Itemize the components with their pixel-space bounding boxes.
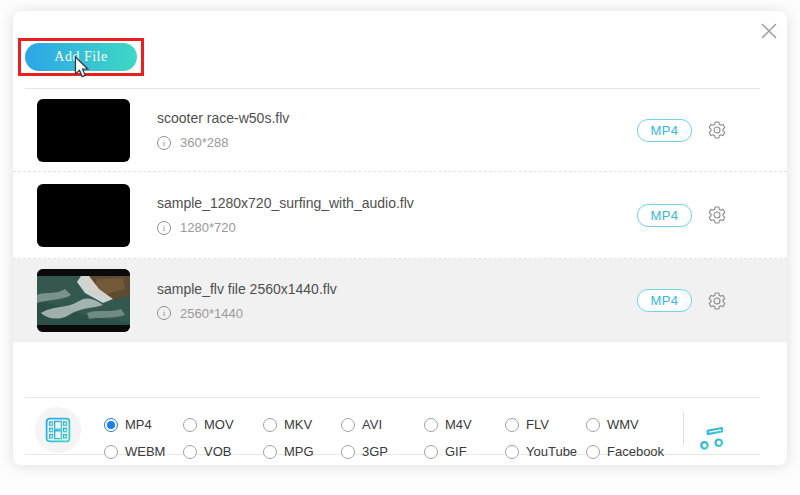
- format-option-mpg[interactable]: MPG: [263, 438, 341, 465]
- radio-button[interactable]: [424, 418, 438, 432]
- radio-button[interactable]: [104, 418, 118, 432]
- radio-button[interactable]: [263, 418, 277, 432]
- radio-button[interactable]: [183, 445, 197, 459]
- converter-panel: Add File scooter race-w50s.flv i 360*288…: [13, 11, 787, 465]
- video-thumbnail: [37, 99, 130, 162]
- music-note-icon[interactable]: [697, 422, 727, 452]
- radio-button[interactable]: [263, 445, 277, 459]
- format-option-facebook[interactable]: Facebook: [586, 438, 664, 465]
- radio-button[interactable]: [341, 445, 355, 459]
- file-row[interactable]: sample_flv file 2560x1440.flv i 2560*144…: [13, 259, 787, 342]
- radio-button[interactable]: [586, 445, 600, 459]
- file-name: sample_flv file 2560x1440.flv: [157, 281, 337, 297]
- format-option-wmv[interactable]: WMV: [586, 411, 664, 438]
- format-option-youtube[interactable]: YouTube: [505, 438, 586, 465]
- radio-button[interactable]: [104, 445, 118, 459]
- file-resolution: 360*288: [180, 135, 228, 150]
- settings-gear-icon[interactable]: [707, 291, 727, 311]
- settings-gear-icon[interactable]: [707, 205, 727, 225]
- format-option-3gp[interactable]: 3GP: [341, 438, 424, 465]
- format-option-mp4[interactable]: MP4: [104, 411, 183, 438]
- settings-gear-icon[interactable]: [707, 120, 727, 140]
- output-format-button[interactable]: MP4: [637, 289, 692, 312]
- format-option-webm[interactable]: WEBM: [104, 438, 183, 465]
- file-name: sample_1280x720_surfing_with_audio.flv: [157, 195, 414, 211]
- format-bar: MP4 MOV MKV AVI M4V FLV WMV WEBM VOB MPG…: [25, 397, 760, 455]
- file-row[interactable]: sample_1280x720_surfing_with_audio.flv i…: [13, 172, 787, 259]
- format-option-m4v[interactable]: M4V: [424, 411, 505, 438]
- format-option-mov[interactable]: MOV: [183, 411, 263, 438]
- info-circle-icon: i: [157, 221, 171, 235]
- vertical-divider: [683, 413, 684, 445]
- info-circle-icon: i: [157, 306, 171, 320]
- file-list: scooter race-w50s.flv i 360*288 MP4 samp…: [13, 89, 787, 342]
- file-resolution: 1280*720: [180, 220, 236, 235]
- radio-button[interactable]: [341, 418, 355, 432]
- close-icon[interactable]: [759, 21, 779, 41]
- format-option-avi[interactable]: AVI: [341, 411, 424, 438]
- radio-button[interactable]: [505, 418, 519, 432]
- radio-button[interactable]: [183, 418, 197, 432]
- info-circle-icon: i: [157, 136, 171, 150]
- video-thumbnail: [37, 269, 130, 332]
- format-options: MP4 MOV MKV AVI M4V FLV WMV WEBM VOB MPG…: [104, 411, 664, 465]
- file-resolution: 2560*1440: [180, 306, 243, 321]
- format-option-mkv[interactable]: MKV: [263, 411, 341, 438]
- output-format-button[interactable]: MP4: [637, 204, 692, 227]
- format-option-flv[interactable]: FLV: [505, 411, 586, 438]
- format-option-gif[interactable]: GIF: [424, 438, 505, 465]
- radio-button[interactable]: [505, 445, 519, 459]
- file-row[interactable]: scooter race-w50s.flv i 360*288 MP4: [13, 89, 787, 172]
- radio-button[interactable]: [424, 445, 438, 459]
- mouse-pointer-icon: [74, 56, 90, 80]
- file-name: scooter race-w50s.flv: [157, 110, 289, 126]
- radio-button[interactable]: [586, 418, 600, 432]
- video-thumbnail: [37, 184, 130, 247]
- film-strip-icon: [45, 417, 71, 443]
- video-formats-button[interactable]: [35, 407, 81, 453]
- format-option-vob[interactable]: VOB: [183, 438, 263, 465]
- output-format-button[interactable]: MP4: [637, 119, 692, 142]
